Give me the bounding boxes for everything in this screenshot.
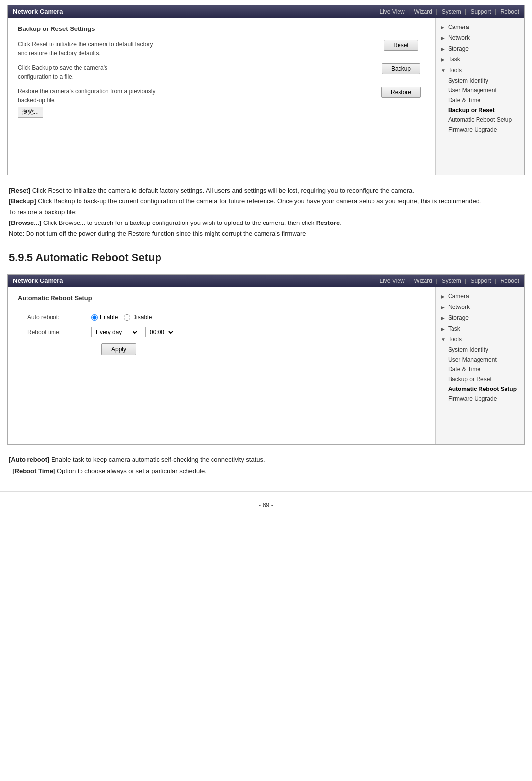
nav-support[interactable]: Support (470, 8, 491, 15)
auto-reboot-label: Auto reboot: (27, 314, 91, 321)
panel1-body: Backup or Reset Settings Click Reset to … (8, 18, 524, 175)
desc1-note: Note: Do not turn off the power during t… (9, 228, 523, 239)
disable-radio[interactable] (124, 314, 130, 321)
reboottime-bold: [Reboot Time] (12, 467, 55, 474)
backup-row: Click Backup to save the camera'sconfigu… (18, 63, 426, 81)
nav-wizard[interactable]: Wizard (414, 8, 432, 15)
nav-reboot[interactable]: Reboot (500, 8, 519, 15)
sidebar-item-network[interactable]: ▶ Network (436, 32, 524, 43)
nav2-support[interactable]: Support (470, 278, 491, 284)
panel2: Network Camera Live View | Wizard | Syst… (7, 274, 525, 445)
network2-arrow-icon: ▶ (441, 305, 446, 310)
reboot-time-row: Reboot time: Every day Every week Every … (27, 327, 416, 337)
backup-btn-col: Backup (376, 63, 426, 74)
reboot-time-controls: Every day Every week Every month 00:00 0… (91, 327, 175, 337)
reboot-time-select[interactable]: 00:00 01:00 02:00 (145, 327, 175, 337)
sidebar-label-task: Task (448, 56, 460, 63)
browse-button[interactable]: 浏览... (18, 107, 43, 118)
disable-radio-label[interactable]: Disable (124, 314, 152, 321)
nav-system[interactable]: System (442, 8, 461, 15)
sidebar2-sub-firmware[interactable]: Firmware Upgrade (436, 394, 524, 404)
reset-bold: [Reset] (9, 187, 30, 194)
sidebar-label-camera: Camera (448, 24, 469, 30)
sidebar-item-camera[interactable]: ▶ Camera (436, 22, 524, 32)
panel1-content: Backup or Reset Settings Click Reset to … (8, 18, 436, 175)
reset-row: Click Reset to initialize the camera to … (18, 40, 426, 57)
sidebar2-sub-datetime[interactable]: Date & Time (436, 364, 524, 374)
sidebar2-item-storage[interactable]: ▶ Storage (436, 312, 524, 323)
sidebar2-item-camera[interactable]: ▶ Camera (436, 291, 524, 302)
panel2-content: Automatic Reboot Setup Auto reboot: Enab… (8, 287, 436, 444)
browse-row: 浏览... (18, 107, 376, 118)
reboot-form: Auto reboot: Enable Disable Re (18, 309, 426, 366)
apply-row: Apply (27, 343, 416, 355)
tools2-arrow-icon: ▼ (441, 337, 446, 342)
sidebar-item-task[interactable]: ▶ Task (436, 54, 524, 65)
desc1-browse: [Browse...] Click Browse... to search fo… (9, 218, 523, 228)
sidebar-sub-datetime[interactable]: Date & Time (436, 95, 524, 105)
sidebar2-label-task: Task (448, 325, 460, 332)
sidebar2-item-network[interactable]: ▶ Network (436, 302, 524, 312)
sidebar2-label-tools: Tools (448, 336, 462, 343)
sidebar2-sub-backup[interactable]: Backup or Reset (436, 374, 524, 384)
desc2-autoreboot: [Auto reboot] Enable task to keep camera… (9, 454, 523, 465)
sidebar-sub-identity[interactable]: System Identity (436, 76, 524, 85)
sidebar2-item-tools[interactable]: ▼ Tools (436, 334, 524, 345)
restore-row: Restore the camera's configuration from … (18, 87, 426, 118)
page-footer: - 69 - (0, 491, 532, 519)
panel2-title: Network Camera (13, 277, 63, 284)
sidebar-sub-firmware[interactable]: Firmware Upgrade (436, 125, 524, 135)
panel1-sidebar: ▶ Camera ▶ Network ▶ Storage ▶ Task ▼ To… (436, 18, 524, 175)
camera2-arrow-icon: ▶ (441, 294, 446, 299)
sidebar-sub-backup[interactable]: Backup or Reset (436, 105, 524, 115)
task2-arrow-icon: ▶ (441, 326, 446, 332)
sidebar-item-storage[interactable]: ▶ Storage (436, 43, 524, 54)
backup-desc: Click Backup to save the camera'sconfigu… (18, 63, 376, 81)
sidebar2-label-network: Network (448, 304, 470, 310)
page-number: - 69 - (259, 502, 273, 509)
backup-bold: [Backup] (9, 197, 36, 205)
task-arrow-icon: ▶ (441, 57, 446, 62)
nav2-wizard[interactable]: Wizard (414, 278, 432, 284)
restore-button[interactable]: Restore (381, 87, 421, 98)
auto-reboot-controls: Enable Disable (91, 314, 152, 321)
restore-bold: Restore (316, 219, 340, 226)
apply-button[interactable]: Apply (101, 343, 136, 355)
restore-desc: Restore the camera's configuration from … (18, 87, 376, 118)
tools-arrow-icon: ▼ (441, 68, 446, 73)
sidebar2-sub-reboot[interactable]: Automatic Reboot Setup (436, 384, 524, 394)
backup-button[interactable]: Backup (382, 63, 420, 74)
sidebar2-item-task[interactable]: ▶ Task (436, 323, 524, 334)
sidebar2-sub-user[interactable]: User Management (436, 355, 524, 364)
auto-reboot-row: Auto reboot: Enable Disable (27, 314, 416, 321)
enable-radio[interactable] (91, 314, 98, 321)
network-arrow-icon: ▶ (441, 35, 446, 41)
storage-arrow-icon: ▶ (441, 46, 446, 52)
storage2-arrow-icon: ▶ (441, 315, 446, 321)
reboot-day-select[interactable]: Every day Every week Every month (91, 327, 139, 337)
sidebar2-sub-identity[interactable]: System Identity (436, 345, 524, 355)
sidebar2-label-storage: Storage (448, 314, 469, 321)
desc1-backup: [Backup] Click Backup to back-up the cur… (9, 196, 523, 207)
reset-desc: Click Reset to initialize the camera to … (18, 40, 376, 57)
nav2-reboot[interactable]: Reboot (500, 278, 519, 284)
camera-arrow-icon: ▶ (441, 25, 446, 30)
autoreboot-bold: [Auto reboot] (9, 456, 49, 463)
nav-liveview[interactable]: Live View (380, 8, 405, 15)
sidebar-sub-reboot[interactable]: Automatic Reboot Setup (436, 115, 524, 125)
nav2-system[interactable]: System (442, 278, 461, 284)
reset-btn-col: Reset (376, 40, 426, 51)
nav2-liveview[interactable]: Live View (380, 278, 405, 284)
panel2-body: Automatic Reboot Setup Auto reboot: Enab… (8, 287, 524, 444)
desc1-reset: [Reset] Click Reset to initialize the ca… (9, 185, 523, 196)
reset-button[interactable]: Reset (384, 40, 418, 51)
panel1-section-title: Backup or Reset Settings (18, 25, 426, 32)
browse-bold: [Browse...] (9, 219, 41, 226)
sidebar-label-tools: Tools (448, 67, 462, 74)
sidebar-item-tools[interactable]: ▼ Tools (436, 65, 524, 76)
sidebar-label-storage: Storage (448, 45, 469, 52)
enable-radio-label[interactable]: Enable (91, 314, 118, 321)
panel1: Network Camera Live View | Wizard | Syst… (7, 5, 525, 175)
panel2-section-title: Automatic Reboot Setup (18, 294, 426, 302)
sidebar-sub-user[interactable]: User Management (436, 85, 524, 95)
